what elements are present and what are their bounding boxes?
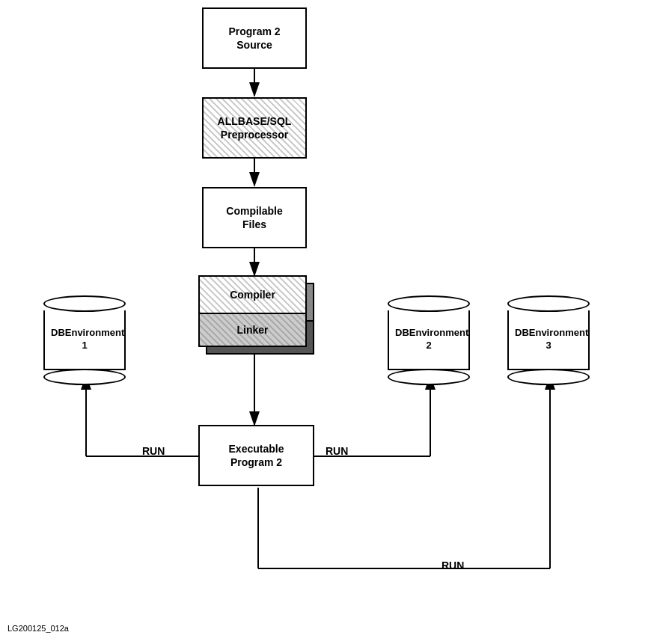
program-source-label: Program 2Source bbox=[228, 25, 280, 52]
run-label-1: RUN bbox=[142, 445, 165, 457]
linker-box: Linker bbox=[198, 313, 307, 347]
cylinder-bottom-2 bbox=[388, 369, 470, 385]
db-environment-2: DBEnvironment 2 bbox=[388, 295, 470, 385]
cylinder-bottom-3 bbox=[507, 369, 590, 385]
compiler-label: Compiler bbox=[230, 288, 275, 301]
program-source-box: Program 2Source bbox=[202, 7, 307, 69]
preprocessor-box: ALLBASE/SQLPreprocessor bbox=[202, 97, 307, 159]
db3-label: DBEnvironment 3 bbox=[515, 327, 582, 352]
cylinder-body-1: DBEnvironment 1 bbox=[43, 310, 126, 370]
db2-label: DBEnvironment 2 bbox=[395, 327, 462, 352]
linker-label: Linker bbox=[236, 323, 268, 337]
cylinder-top-3 bbox=[507, 295, 590, 312]
diagram-container: Program 2Source ALLBASE/SQLPreprocessor … bbox=[0, 0, 660, 644]
cylinder-body-2: DBEnvironment 2 bbox=[388, 310, 470, 370]
diagram-id: LG200125_012a bbox=[7, 624, 69, 633]
cylinder-top-2 bbox=[388, 295, 470, 312]
cylinder-body-3: DBEnvironment 3 bbox=[507, 310, 590, 370]
run-label-2: RUN bbox=[326, 445, 348, 457]
executable-box: ExecutableProgram 2 bbox=[198, 425, 314, 486]
preprocessor-label: ALLBASE/SQLPreprocessor bbox=[218, 114, 292, 141]
run-label-3: RUN bbox=[441, 559, 464, 571]
cylinder-bottom-1 bbox=[43, 369, 126, 385]
compilable-files-box: CompilableFiles bbox=[202, 187, 307, 248]
db-environment-1: DBEnvironment 1 bbox=[43, 295, 126, 385]
compilable-files-label: CompilableFiles bbox=[226, 204, 282, 231]
cylinder-top-1 bbox=[43, 295, 126, 312]
compiler-box: Compiler bbox=[198, 275, 307, 314]
db1-label: DBEnvironment 1 bbox=[51, 327, 118, 352]
db-environment-3: DBEnvironment 3 bbox=[507, 295, 590, 385]
executable-label: ExecutableProgram 2 bbox=[229, 442, 284, 469]
